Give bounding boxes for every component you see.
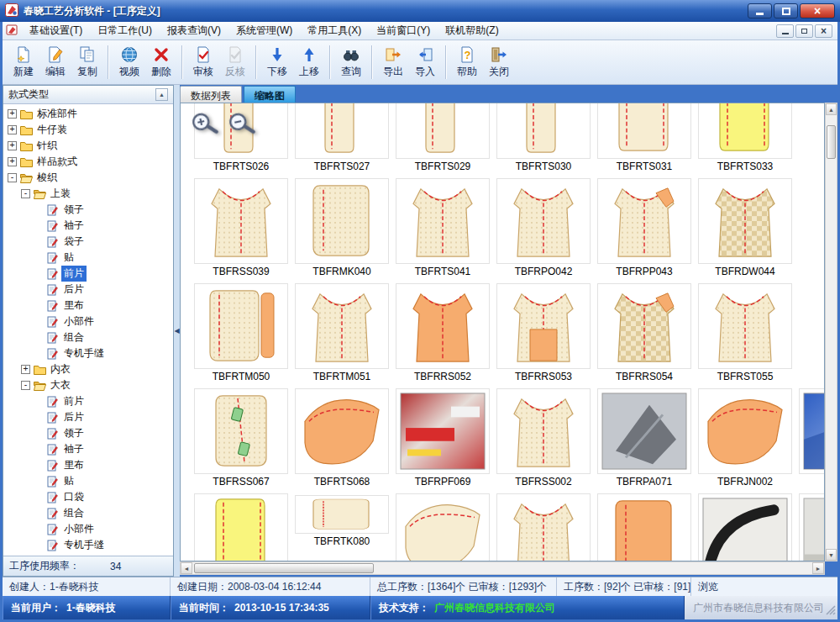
menu-daily-work[interactable]: 日常工作(U) xyxy=(90,22,160,40)
tab-data-list[interactable]: 数据列表 xyxy=(180,86,242,103)
tree-expander[interactable]: - xyxy=(8,173,17,182)
tree-item[interactable]: +袖子 xyxy=(3,441,173,457)
tree-item[interactable]: +袋子 xyxy=(3,234,173,250)
toolbar-del-button[interactable]: 删除 xyxy=(145,44,177,81)
tree-item[interactable]: +贴 xyxy=(3,250,173,266)
toolbar-audit-button[interactable]: 审核 xyxy=(187,44,219,81)
tree-item[interactable]: +领子 xyxy=(3,425,173,441)
tree-item[interactable]: +专机手缝 xyxy=(3,345,173,361)
scroll-left-arrow[interactable]: ◄ xyxy=(181,562,192,574)
tree-item[interactable]: +袖子 xyxy=(3,218,173,234)
thumbnail-item[interactable]: TBFRMK040 xyxy=(291,177,392,282)
tab-thumbnail-view[interactable]: 缩略图 xyxy=(244,86,296,103)
tree-item-label[interactable]: 内衣 xyxy=(48,361,73,377)
thumbnail-item[interactable]: TBFRTS031 xyxy=(594,103,695,177)
tree-item[interactable]: +组合 xyxy=(3,329,173,345)
tree-item[interactable]: +贴 xyxy=(3,473,173,489)
mdi-restore-button[interactable] xyxy=(795,24,813,38)
mdi-minimize-button[interactable] xyxy=(776,24,794,38)
tree-item[interactable]: +领子 xyxy=(3,202,173,218)
thumbnail-item[interactable]: TBFRTS041 xyxy=(392,177,493,282)
thumbnail-item[interactable]: TBFRSS002 xyxy=(493,387,594,492)
thumbnail-item[interactable]: TBFRTS030 xyxy=(493,103,594,177)
thumbnail-item[interactable]: TBFRTM051 xyxy=(291,282,392,387)
tree-item-label[interactable]: 小部件 xyxy=(61,314,97,329)
horizontal-scrollbar[interactable]: ◄ ► xyxy=(180,561,825,575)
horizontal-scroll-thumb[interactable] xyxy=(194,563,374,573)
tree-item-label[interactable]: 牛仔装 xyxy=(34,122,70,138)
tree-item[interactable]: +内衣 xyxy=(3,361,173,377)
horizontal-scroll-track[interactable] xyxy=(192,562,812,574)
maximize-button[interactable] xyxy=(774,3,798,18)
thumbnail-item[interactable]: TBFRTS033 xyxy=(695,103,795,177)
tree-item-label[interactable]: 组合 xyxy=(61,329,87,345)
tree-item[interactable]: -大衣 xyxy=(3,377,173,393)
thumbnail-item[interactable] xyxy=(795,387,825,492)
tree-item-label[interactable]: 针织 xyxy=(34,138,60,154)
thumbnail-item[interactable]: TBFRRS054 xyxy=(594,282,695,387)
thumbnail-item[interactable]: TBFRTS068 xyxy=(291,387,392,492)
tree-item-label[interactable]: 上装 xyxy=(48,186,73,202)
vertical-scrollbar[interactable]: ▲ ▼ xyxy=(825,103,837,561)
thumbnail-item[interactable]: TBFRTS029 xyxy=(392,103,493,177)
tree-item-label[interactable]: 小部件 xyxy=(61,521,97,537)
mdi-close-button[interactable]: × xyxy=(815,24,832,38)
toolbar-export-button[interactable]: 导出 xyxy=(377,44,409,81)
tree-item[interactable]: +针织 xyxy=(3,138,173,154)
close-button[interactable]: × xyxy=(800,3,835,18)
tree-item[interactable]: +牛仔装 xyxy=(3,122,173,138)
menu-report-query[interactable]: 报表查询(V) xyxy=(160,22,228,40)
tree-item-label[interactable]: 专机手缝 xyxy=(61,345,107,361)
thumbnail-item[interactable] xyxy=(191,492,291,561)
thumbnail-item[interactable]: TBFRPF069 xyxy=(392,387,493,492)
thumbnail-item[interactable]: TBFRDW044 xyxy=(695,177,795,282)
thumbnail-item[interactable]: TBFRRS052 xyxy=(392,282,493,387)
tree-item[interactable]: +小部件 xyxy=(3,314,173,329)
tree-item-label[interactable]: 组合 xyxy=(61,505,87,521)
tree-item-label[interactable]: 里布 xyxy=(61,457,87,473)
tree-expander[interactable]: + xyxy=(8,109,17,119)
toolbar-import-button[interactable]: 导入 xyxy=(409,44,441,81)
thumbnail-item[interactable] xyxy=(795,177,825,282)
toolbar-new-button[interactable]: 新建 xyxy=(8,44,39,81)
tree-item-label[interactable]: 标准部件 xyxy=(34,106,80,122)
thumbnail-item[interactable] xyxy=(795,103,825,177)
thumbnail-item[interactable]: TBFRPO042 xyxy=(493,177,594,282)
scroll-up-arrow[interactable]: ▲ xyxy=(826,103,837,115)
scroll-down-arrow[interactable]: ▼ xyxy=(826,549,837,561)
thumbnail-item[interactable]: TBFRTS027 xyxy=(291,103,392,177)
thumbnail-item[interactable]: TBFRPA071 xyxy=(594,387,695,492)
tree-expander[interactable]: + xyxy=(8,157,17,166)
toolbar-copy-button[interactable]: 复制 xyxy=(71,44,103,81)
tree-item-label[interactable]: 大衣 xyxy=(48,377,73,393)
zoom-in-button[interactable] xyxy=(191,110,219,141)
tree-item[interactable]: -梭织 xyxy=(3,170,173,186)
toolbar-search-button[interactable]: 查询 xyxy=(335,44,367,81)
thumbnail-item[interactable]: TBFRSS067 xyxy=(191,387,291,492)
vertical-scroll-track[interactable] xyxy=(826,115,837,549)
vertical-scroll-thumb[interactable] xyxy=(827,125,836,159)
tree-item-label[interactable]: 贴 xyxy=(61,250,76,266)
tree-item-label[interactable]: 前片 xyxy=(61,266,87,282)
tree-item-label[interactable]: 袖子 xyxy=(61,441,87,457)
tree-expander[interactable]: + xyxy=(8,141,17,150)
tree-item[interactable]: +专机手缝 xyxy=(3,537,173,553)
tree-item-label[interactable]: 后片 xyxy=(61,282,87,298)
tree-expander[interactable]: - xyxy=(21,189,30,198)
scroll-right-arrow[interactable]: ► xyxy=(812,562,824,574)
thumbnail-item[interactable] xyxy=(493,492,594,561)
thumbnail-item[interactable] xyxy=(795,492,825,561)
tree-item-label[interactable]: 梭织 xyxy=(34,170,60,186)
menu-base-settings[interactable]: 基础设置(T) xyxy=(22,22,90,40)
tree-item[interactable]: +里布 xyxy=(3,457,173,473)
tree-item[interactable]: +前片 xyxy=(3,266,173,282)
toolbar-edit-button[interactable]: 编辑 xyxy=(39,44,71,81)
toolbar-up-button[interactable]: 上移 xyxy=(293,44,325,81)
collapse-arrow-icon[interactable]: ◀ xyxy=(174,328,179,335)
tree-item-label[interactable]: 前片 xyxy=(61,393,87,409)
tree-expander[interactable]: - xyxy=(21,381,30,390)
tree-item-label[interactable]: 领子 xyxy=(61,202,87,218)
tree-item[interactable]: +前片 xyxy=(3,393,173,409)
tree-item[interactable]: +组合 xyxy=(3,505,173,521)
thumbnail-item[interactable]: TBFRJN002 xyxy=(695,387,795,492)
